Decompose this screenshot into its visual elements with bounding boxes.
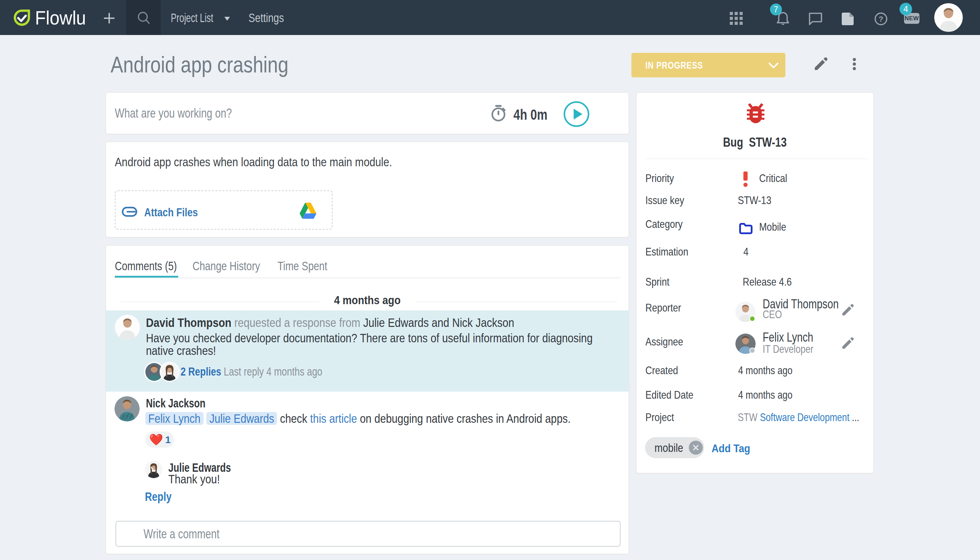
- svg-text:?: ?: [878, 15, 883, 23]
